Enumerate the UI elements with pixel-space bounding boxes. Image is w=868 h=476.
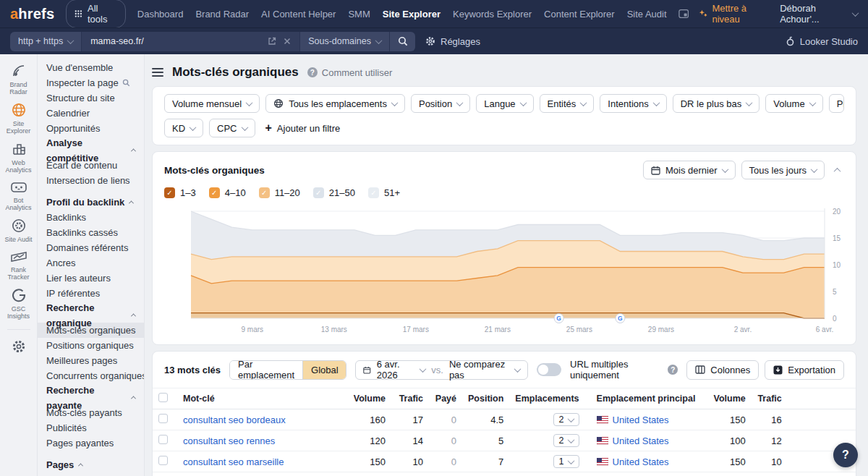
- sidebar-item-backlinks[interactable]: Backlinks: [38, 210, 144, 225]
- columns-button[interactable]: Colonnes: [686, 360, 759, 380]
- add-filter-button[interactable]: +Ajouter un filtre: [265, 122, 341, 134]
- legend-51plus[interactable]: ✓51+: [368, 187, 400, 198]
- filter-position[interactable]: Position: [411, 94, 470, 113]
- rail-rank-tracker[interactable]: Rank Tracker: [0, 250, 37, 281]
- sidebar-item-organic-competitors[interactable]: Concurrents organiques: [38, 368, 144, 383]
- sidebar-group-organic[interactable]: Recherche organique: [38, 307, 144, 323]
- rail-site-explorer[interactable]: Site Explorer: [0, 102, 37, 135]
- keyword-link[interactable]: consultant seo bordeaux: [183, 415, 286, 425]
- filter-kd[interactable]: KD: [164, 119, 203, 137]
- tab-by-location[interactable]: Par emplacement: [230, 361, 302, 379]
- sidebar-item-paid-pages[interactable]: Pages payantes: [38, 435, 144, 451]
- country-link[interactable]: United States: [613, 456, 669, 467]
- sidebar-item-organic-positions[interactable]: Positions organiques: [38, 338, 144, 353]
- us-flag-icon: [597, 458, 608, 466]
- help-button[interactable]: ?: [833, 443, 858, 467]
- nav-smm[interactable]: SMM: [348, 9, 370, 20]
- sidebar-item-broken-backlinks[interactable]: Backlinks cassés: [38, 225, 144, 240]
- sidebar-group-paid[interactable]: Recherche payante: [38, 390, 144, 405]
- locations-count-select[interactable]: 2: [553, 413, 579, 426]
- nav-keywords-explorer[interactable]: Keywords Explorer: [453, 9, 532, 20]
- sidebar-group-competitive[interactable]: Analyse compétitive: [38, 143, 144, 158]
- how-to-use-link[interactable]: ?Comment utiliser: [307, 67, 393, 78]
- sidebar-group-backlink[interactable]: Profil du backlink: [38, 195, 144, 210]
- user-menu[interactable]: Déborah Achour'...: [780, 3, 858, 25]
- filter-entities[interactable]: Entités: [540, 94, 595, 113]
- nav-content-explorer[interactable]: Content Explorer: [544, 9, 615, 20]
- filter-volume[interactable]: Volume: [765, 94, 822, 113]
- rail-settings[interactable]: [0, 339, 37, 354]
- presets-button[interactable]: Préréglages: [830, 95, 844, 112]
- filter-lowest-dr[interactable]: DR le plus bas: [673, 94, 760, 113]
- row-checkbox[interactable]: [158, 456, 168, 465]
- country-link[interactable]: United States: [613, 435, 669, 446]
- row-checkbox[interactable]: [158, 414, 168, 423]
- country-link[interactable]: United States: [613, 415, 669, 425]
- rail-site-audit[interactable]: Site Audit: [0, 218, 37, 243]
- keyword-link[interactable]: consultant seo rennes: [183, 435, 275, 446]
- clear-input-icon[interactable]: [284, 38, 291, 45]
- sidebar-item-site-structure[interactable]: Structure du site: [38, 90, 144, 106]
- filter-all-locations[interactable]: Tous les emplacements: [265, 94, 405, 113]
- nav-ai-content-helper[interactable]: AI Content Helper: [261, 9, 336, 20]
- legend-21-50[interactable]: ✓21–50: [313, 187, 355, 198]
- search-button[interactable]: [389, 32, 415, 51]
- legend-11-20[interactable]: ✓11–20: [259, 187, 300, 198]
- sidebar-item-overview[interactable]: Vue d'ensemble: [38, 60, 144, 75]
- locations-count-select[interactable]: 2: [553, 434, 579, 447]
- sidebar-item-referring-ips[interactable]: IP référentes: [38, 286, 144, 301]
- sidebar-item-anchors[interactable]: Ancres: [38, 255, 144, 271]
- filter-cpc[interactable]: CPC: [209, 119, 255, 137]
- export-button[interactable]: Exportation: [765, 360, 844, 380]
- row-checkbox[interactable]: [158, 435, 168, 444]
- nav-site-explorer[interactable]: Site Explorer: [383, 9, 441, 20]
- keyword-link[interactable]: consultant seo marseille: [183, 456, 284, 467]
- ahrefs-logo[interactable]: ahrefs: [10, 6, 54, 22]
- all-tools-button[interactable]: All tools: [66, 0, 126, 28]
- nav-dashboard[interactable]: Dashboard: [137, 9, 184, 20]
- legend-4-10[interactable]: ✓4–10: [209, 187, 246, 198]
- locations-count-select[interactable]: 1: [553, 455, 579, 468]
- filter-intents[interactable]: Intentions: [600, 94, 666, 113]
- protocol-select[interactable]: http + https: [10, 32, 81, 51]
- date-select[interactable]: 6 avr. 2026: [377, 359, 414, 381]
- filter-language[interactable]: Langue: [476, 94, 533, 113]
- target-url-input[interactable]: mama-seo.fr/: [81, 32, 300, 51]
- sidebar-item-ads[interactable]: Publicités: [38, 420, 144, 435]
- nav-brand-radar[interactable]: Brand Radar: [195, 9, 249, 20]
- tab-global[interactable]: Global: [302, 361, 346, 379]
- looker-studio-link[interactable]: Looker Studio: [786, 36, 858, 47]
- sidebar-item-paid-keywords[interactable]: Mots-clés payants: [38, 405, 144, 420]
- collapse-chart-button[interactable]: [830, 165, 844, 176]
- sidebar-item-referring-domains[interactable]: Domaines référents: [38, 240, 144, 255]
- open-external-icon[interactable]: [268, 37, 276, 46]
- sidebar-item-link-intersect[interactable]: Intersection de liens: [38, 173, 144, 188]
- organic-keywords-chart[interactable]: 051015209 mars13 mars17 mars21 mars25 ma…: [164, 203, 846, 339]
- rail-bot-analytics[interactable]: Bot Analytics: [0, 180, 37, 211]
- sidebar-item-opportunities[interactable]: Opportunités: [38, 121, 144, 136]
- filter-monthly-volume[interactable]: Volume mensuel: [164, 94, 260, 113]
- sidebar-item-top-pages[interactable]: Meilleures pages: [38, 353, 144, 368]
- multiple-urls-toggle[interactable]: [537, 363, 561, 376]
- sidebar-group-pages[interactable]: Pages: [38, 457, 144, 472]
- nav-site-audit[interactable]: Site Audit: [627, 9, 667, 20]
- rail-web-analytics[interactable]: Web Analytics: [0, 141, 37, 174]
- sidebar-item-calendar[interactable]: Calendrier: [38, 106, 144, 121]
- granularity-select[interactable]: Tous les jours: [741, 161, 825, 179]
- sidebar-toggle-icon[interactable]: [152, 66, 163, 79]
- upgrade-button[interactable]: Mettre à niveau: [699, 3, 770, 25]
- chevron-up-icon: [129, 200, 134, 205]
- sidebar-item-content-gap[interactable]: Écart de contenu: [38, 158, 144, 173]
- rail-gsc-insights[interactable]: GSC Insights: [0, 287, 37, 320]
- sidebar-item-organic-keywords[interactable]: Mots-clés organiques: [38, 323, 144, 338]
- settings-button[interactable]: Réglages: [425, 36, 480, 47]
- period-select[interactable]: Mois dernier: [643, 161, 736, 179]
- panel-icon[interactable]: [678, 9, 689, 19]
- select-all-checkbox[interactable]: [158, 393, 168, 402]
- rail-brand-radar[interactable]: Brand Radar: [0, 63, 37, 95]
- scope-select[interactable]: Sous-domaines: [300, 32, 389, 51]
- compare-select[interactable]: Ne comparez pas: [449, 359, 509, 381]
- sidebar-item-linked-authors[interactable]: Lier les auteurs: [38, 271, 144, 286]
- sidebar-item-inspect[interactable]: Inspecter la page: [38, 75, 144, 90]
- legend-1-3[interactable]: ✓1–3: [164, 187, 196, 198]
